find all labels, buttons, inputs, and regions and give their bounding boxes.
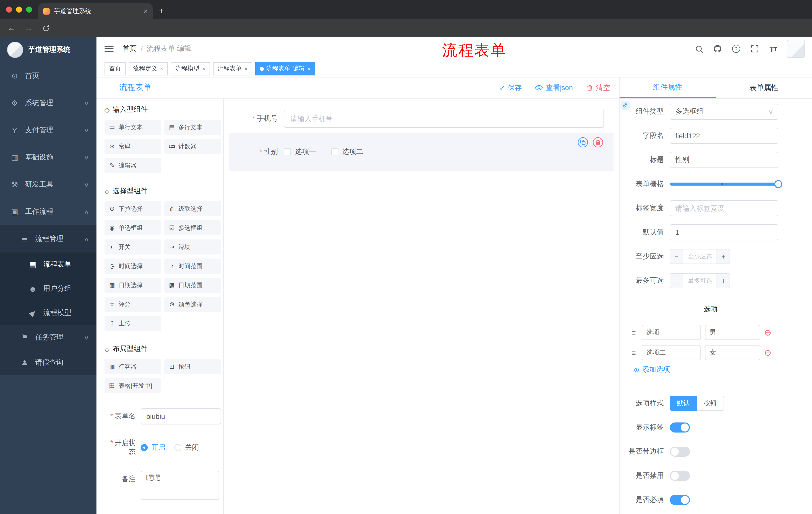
component-single-text[interactable]: ▭单行文本	[105, 120, 161, 135]
back-icon[interactable]: ←	[6, 23, 17, 34]
remove-option-icon[interactable]: ⊖	[764, 348, 772, 357]
github-icon[interactable]	[713, 44, 723, 54]
remove-option-icon[interactable]: ⊖	[764, 328, 772, 337]
drag-handle-icon[interactable]: ≡	[630, 348, 638, 357]
sidebar-item-infra[interactable]: ▥ 基础设施 ∨	[0, 144, 96, 171]
component-switch[interactable]: ◐开关	[105, 239, 161, 254]
close-window-button[interactable]	[6, 6, 12, 12]
plus-button[interactable]: +	[717, 249, 730, 264]
component-row-container[interactable]: ▥行容器	[105, 359, 161, 374]
component-password[interactable]: ∗密码	[105, 139, 161, 154]
sidebar-item-leave-query[interactable]: ♟ 请假查询	[0, 350, 96, 375]
user-avatar[interactable]	[787, 40, 805, 58]
minimize-window-button[interactable]	[16, 6, 22, 12]
tag-process-model[interactable]: 流程模型 ×	[171, 62, 210, 75]
sidebar-item-process-form[interactable]: ▤ 流程表单	[0, 252, 96, 277]
sidebar-item-devtools[interactable]: ⚒ 研发工具 ∨	[0, 171, 96, 198]
phone-input[interactable]	[284, 110, 604, 128]
copy-widget-button[interactable]	[577, 137, 588, 148]
phone-field-row[interactable]: 手机号	[224, 110, 619, 128]
new-tab-button[interactable]: +	[159, 4, 164, 18]
gender-option2-label[interactable]: 选项二	[342, 147, 363, 156]
field-name-input[interactable]	[670, 128, 778, 144]
status-off-label[interactable]: 关闭	[185, 443, 199, 452]
show-label-toggle[interactable]	[670, 423, 690, 433]
option2-value-input[interactable]	[705, 345, 760, 360]
component-radio-group[interactable]: ◉单选框组	[105, 220, 161, 235]
minus-button[interactable]: −	[670, 274, 684, 288]
maximize-window-button[interactable]	[26, 6, 32, 12]
component-checkbox-group[interactable]: ☑多选框组	[164, 220, 221, 235]
tab-close-icon[interactable]: ×	[144, 7, 148, 15]
style-button-button[interactable]: 按钮	[697, 396, 724, 411]
remark-textarea[interactable]: 嘿嘿	[141, 471, 219, 500]
gender-option2-checkbox[interactable]	[331, 148, 338, 155]
add-option-button[interactable]: ⊕ 添加选项	[634, 365, 802, 374]
sidebar-item-task-mgmt[interactable]: ⚑ 任务管理 ∨	[0, 325, 96, 350]
component-time-picker[interactable]: ◷时间选择	[105, 259, 161, 274]
sidebar-logo[interactable]: 芋道管理系统	[0, 37, 96, 62]
title-input[interactable]	[670, 152, 778, 168]
disabled-toggle[interactable]	[670, 471, 690, 481]
grid-slider[interactable]	[670, 183, 778, 186]
hamburger-icon[interactable]	[105, 46, 114, 52]
minus-button[interactable]: −	[670, 249, 684, 264]
label-width-input[interactable]	[670, 200, 778, 216]
browser-tab[interactable]: 芋道管理系统 ×	[38, 3, 153, 19]
component-rate[interactable]: ☆评分	[105, 297, 161, 312]
component-time-range[interactable]: ◔时间范围	[164, 259, 221, 274]
fullscreen-icon[interactable]	[750, 44, 760, 54]
sidebar-item-process-model[interactable]: ▶ 流程模型	[0, 301, 96, 325]
search-icon[interactable]	[694, 44, 704, 54]
save-button[interactable]: ✓ 保存	[499, 83, 522, 92]
component-upload[interactable]: ↥上传	[105, 316, 161, 331]
font-size-icon[interactable]: TT	[768, 44, 778, 54]
form-name-input[interactable]	[141, 408, 221, 425]
status-on-radio[interactable]	[141, 444, 148, 451]
default-value-input[interactable]	[670, 224, 778, 240]
sidebar-item-process-mgmt[interactable]: ≣ 流程管理 ∧	[0, 225, 96, 252]
sidebar-item-user-group[interactable]: ☻ 用户分组	[0, 277, 96, 301]
border-toggle[interactable]	[670, 447, 690, 457]
tab-component-props[interactable]: 组件属性	[619, 77, 716, 98]
close-icon[interactable]: ×	[202, 65, 205, 72]
sidebar-item-workflow[interactable]: ▣ 工作流程 ∧	[0, 198, 96, 225]
sidebar-item-home[interactable]: ⊙ 首页	[0, 62, 96, 89]
view-json-button[interactable]: 查看json	[535, 83, 573, 92]
gender-widget-selected[interactable]: 性别 选项一 选项二	[229, 133, 613, 171]
plus-button[interactable]: +	[717, 274, 730, 288]
breadcrumb-home[interactable]: 首页	[123, 44, 137, 53]
component-counter[interactable]: 123计数器	[164, 139, 221, 154]
close-icon[interactable]: ×	[160, 65, 163, 72]
sidebar-item-system[interactable]: ⚙ 系统管理 ∨	[0, 89, 96, 117]
link-anchor-icon[interactable]	[620, 101, 630, 110]
style-default-button[interactable]: 默认	[670, 396, 697, 411]
clear-button[interactable]: 清空	[586, 83, 610, 92]
sidebar-item-payment[interactable]: ¥ 支付管理 ∨	[0, 117, 96, 144]
tag-process-form-edit[interactable]: 流程表单-编辑 ×	[255, 62, 315, 75]
component-cascader[interactable]: ⋔级联选择	[164, 201, 221, 216]
option1-label-input[interactable]	[642, 325, 701, 340]
gender-option1-checkbox[interactable]	[284, 148, 291, 155]
drag-handle-icon[interactable]: ≡	[630, 328, 638, 337]
tab-form-props[interactable]: 表单属性	[716, 77, 812, 98]
component-slider[interactable]: ⊸滑块	[164, 239, 221, 254]
component-date-range[interactable]: ▩日期范围	[164, 278, 221, 293]
help-icon[interactable]: ?	[731, 44, 741, 54]
option2-label-input[interactable]	[642, 345, 701, 360]
component-type-select[interactable]: 多选框组 ∨	[670, 104, 778, 120]
option1-value-input[interactable]	[705, 325, 760, 340]
form-canvas[interactable]: 手机号 性别 选项一 选项二	[224, 99, 619, 514]
min-select-input[interactable]	[684, 249, 717, 264]
max-select-input[interactable]	[684, 274, 717, 288]
component-date-picker[interactable]: ▦日期选择	[105, 278, 161, 293]
component-button[interactable]: ⊡按钮	[164, 359, 221, 374]
component-table[interactable]: 田表格[开发中]	[105, 378, 161, 393]
status-on-label[interactable]: 开启	[151, 443, 165, 452]
slider-handle[interactable]	[774, 180, 782, 188]
tag-process-form[interactable]: 流程表单 ×	[213, 62, 252, 75]
tag-home[interactable]: 首页	[105, 62, 126, 75]
status-off-radio[interactable]	[174, 444, 181, 451]
component-color-picker[interactable]: ⊚颜色选择	[164, 297, 221, 312]
close-icon[interactable]: ×	[244, 65, 248, 72]
